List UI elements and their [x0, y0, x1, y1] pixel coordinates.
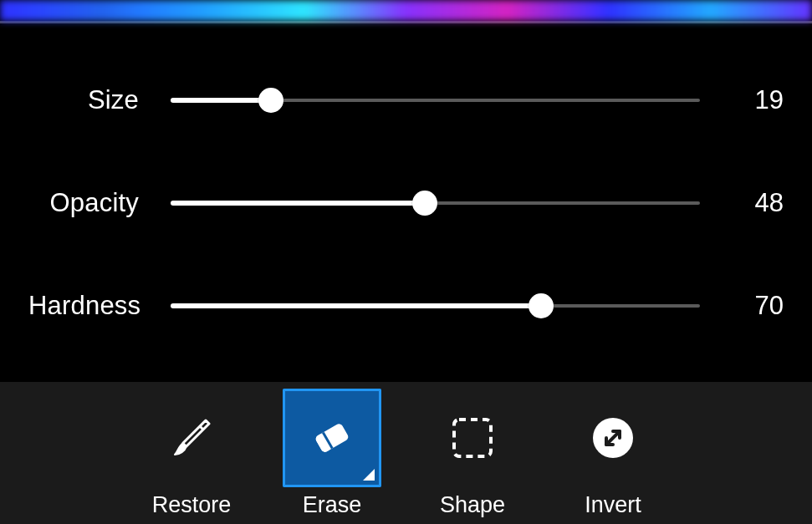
- invert-label: Invert: [585, 492, 641, 518]
- opacity-slider-thumb[interactable]: [412, 191, 437, 216]
- sliders-panel: Size 19 Opacity 48 Hardness: [0, 23, 812, 382]
- hardness-value: 70: [700, 291, 784, 321]
- submenu-indicator-icon: [363, 469, 375, 481]
- hardness-slider[interactable]: [171, 293, 700, 318]
- hardness-slider-thumb[interactable]: [529, 293, 554, 318]
- image-preview-strip: [0, 0, 812, 21]
- hardness-label: Hardness: [28, 291, 171, 321]
- erase-tool[interactable]: Erase: [283, 389, 381, 518]
- size-slider-thumb[interactable]: [258, 88, 283, 113]
- svg-rect-4: [454, 420, 491, 456]
- size-slider[interactable]: [171, 88, 700, 113]
- erase-label: Erase: [303, 492, 362, 518]
- opacity-value: 48: [700, 188, 784, 218]
- dashed-rect-icon: [423, 389, 522, 487]
- opacity-slider-fill: [171, 201, 425, 206]
- invert-icon: [564, 389, 662, 487]
- opacity-slider[interactable]: [171, 191, 700, 216]
- svg-line-0: [200, 426, 203, 430]
- opacity-slider-row: Opacity 48: [28, 188, 784, 218]
- shape-label: Shape: [440, 492, 505, 518]
- invert-tool[interactable]: Invert: [564, 389, 662, 518]
- opacity-label: Opacity: [28, 188, 171, 218]
- size-label: Size: [28, 85, 171, 115]
- restore-label: Restore: [152, 492, 232, 518]
- size-slider-row: Size 19: [28, 85, 784, 115]
- eraser-icon: [283, 389, 381, 487]
- hardness-slider-row: Hardness 70: [28, 291, 784, 321]
- size-slider-fill: [171, 98, 271, 103]
- hardness-slider-fill: [171, 303, 541, 308]
- tool-toolbar: Restore Erase Shape: [0, 382, 812, 524]
- shape-tool[interactable]: Shape: [423, 389, 522, 518]
- size-value: 19: [700, 85, 784, 115]
- restore-tool[interactable]: Restore: [142, 389, 241, 518]
- brush-icon: [142, 389, 241, 487]
- editor-panel: Size 19 Opacity 48 Hardness: [0, 0, 812, 524]
